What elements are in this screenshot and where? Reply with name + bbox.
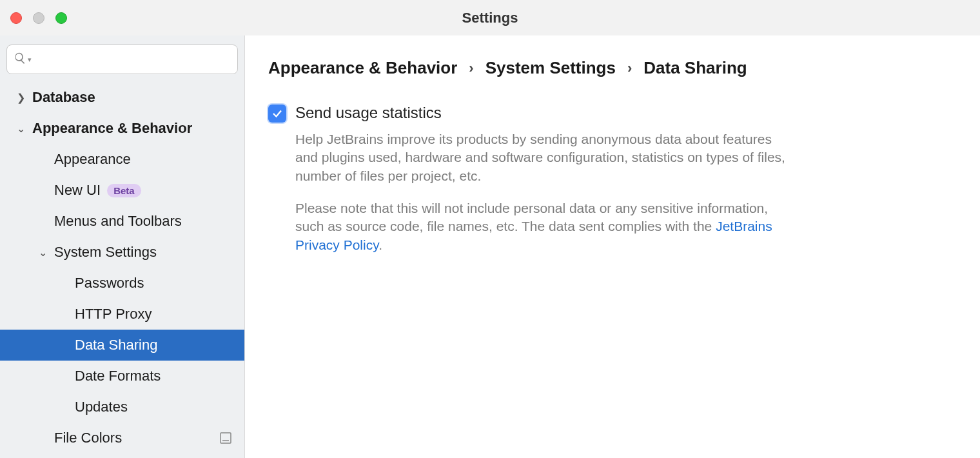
titlebar: Settings xyxy=(0,0,980,35)
tree-label: Menus and Toolbars xyxy=(54,213,182,230)
breadcrumb-segment[interactable]: System Settings xyxy=(485,58,616,78)
tree-label: Passwords xyxy=(75,275,144,292)
send-usage-stats-label: Send usage statistics xyxy=(295,104,442,122)
tree-label: Appearance xyxy=(54,151,131,168)
tree-item-appearance[interactable]: Appearance xyxy=(0,144,244,175)
check-icon xyxy=(271,108,283,119)
tree-label: Appearance & Behavior xyxy=(32,120,192,137)
tree-label: HTTP Proxy xyxy=(75,306,152,323)
description-text: . xyxy=(378,237,382,252)
settings-search[interactable]: ▾ xyxy=(6,45,238,74)
tree-label: System Settings xyxy=(54,244,157,261)
tree-label: New UI xyxy=(54,182,101,199)
settings-sidebar: ▾ ❯ Database ⌄ Appearance & Behavior App… xyxy=(0,35,245,458)
chevron-down-icon: ⌄ xyxy=(35,246,50,259)
chevron-right-icon: › xyxy=(627,60,632,77)
description-text: Please note that this will not include p… xyxy=(295,201,768,234)
tree-item-data-sharing[interactable]: Data Sharing xyxy=(0,330,244,361)
send-usage-stats-checkbox[interactable] xyxy=(268,105,286,123)
breadcrumb-segment: Data Sharing xyxy=(643,58,747,78)
tree-item-system-settings[interactable]: ⌄ System Settings xyxy=(0,237,244,268)
beta-badge: Beta xyxy=(107,184,141,197)
settings-content: Appearance & Behavior › System Settings … xyxy=(245,35,980,458)
tree-label: Updates xyxy=(75,399,128,415)
tree-item-database[interactable]: ❯ Database xyxy=(0,82,244,113)
tree-label: Database xyxy=(32,89,95,106)
search-options-caret-icon[interactable]: ▾ xyxy=(28,55,32,64)
settings-tree: ❯ Database ⌄ Appearance & Behavior Appea… xyxy=(0,82,244,458)
window-title: Settings xyxy=(0,10,980,26)
breadcrumb: Appearance & Behavior › System Settings … xyxy=(268,58,957,78)
send-usage-stats-option[interactable]: Send usage statistics xyxy=(268,104,957,123)
breadcrumb-segment[interactable]: Appearance & Behavior xyxy=(268,58,457,78)
tree-item-http-proxy[interactable]: HTTP Proxy xyxy=(0,299,244,330)
description-paragraph: Please note that this will not include p… xyxy=(295,199,792,254)
tree-label: Date Formats xyxy=(75,368,161,384)
tree-item-menus-toolbars[interactable]: Menus and Toolbars xyxy=(0,206,244,237)
search-icon xyxy=(14,52,26,67)
description-paragraph: Help JetBrains improve its products by s… xyxy=(295,130,792,185)
chevron-right-icon: › xyxy=(469,60,473,77)
search-input[interactable] xyxy=(35,53,231,66)
svg-rect-0 xyxy=(220,433,231,443)
tree-item-file-colors[interactable]: File Colors xyxy=(0,423,244,453)
option-description: Help JetBrains improve its products by s… xyxy=(295,130,792,254)
tree-item-appearance-behavior[interactable]: ⌄ Appearance & Behavior xyxy=(0,113,244,144)
tree-item-new-ui[interactable]: New UI Beta xyxy=(0,175,244,206)
chevron-down-icon: ⌄ xyxy=(13,123,28,135)
tree-label: File Colors xyxy=(54,430,122,446)
project-scope-icon xyxy=(220,432,231,444)
tree-item-passwords[interactable]: Passwords xyxy=(0,268,244,299)
tree-item-date-formats[interactable]: Date Formats xyxy=(0,361,244,392)
chevron-right-icon: ❯ xyxy=(13,92,28,104)
tree-item-updates[interactable]: Updates xyxy=(0,392,244,423)
tree-label: Data Sharing xyxy=(75,337,157,353)
